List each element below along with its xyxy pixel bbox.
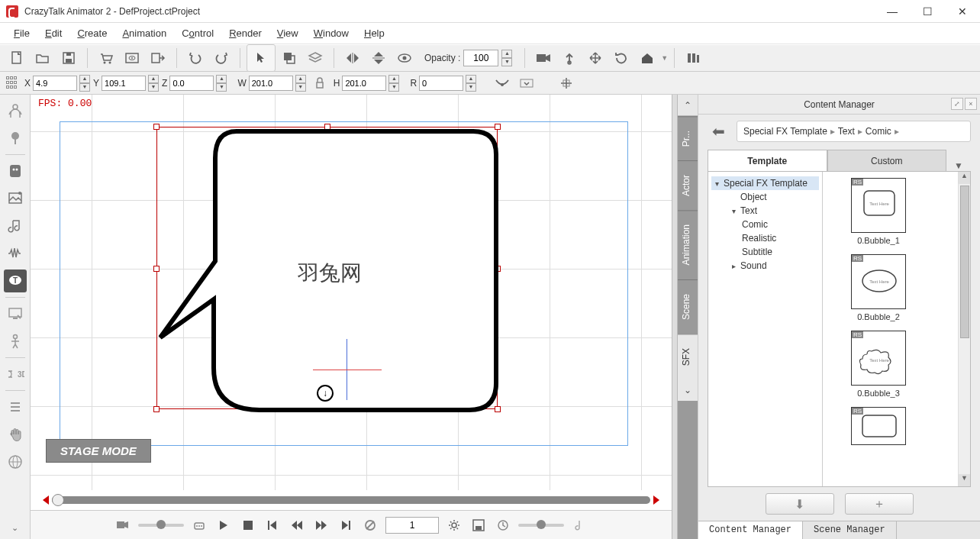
hand-icon[interactable] [4, 423, 27, 446]
monitor-icon[interactable] [4, 302, 27, 325]
eye-box-icon[interactable] [120, 47, 144, 69]
menu-edit[interactable]: Edit [39, 24, 68, 42]
next-icon[interactable] [312, 516, 330, 534]
vtab-actor[interactable]: Actor [678, 160, 698, 210]
vtab-animation[interactable]: Animation [678, 210, 698, 279]
tree-icon[interactable] [4, 127, 27, 150]
bottom-tab-scene-manager[interactable]: Scene Manager [803, 521, 897, 539]
vtab-project[interactable]: Pr... [678, 116, 698, 160]
note-icon[interactable] [570, 516, 588, 534]
z-up[interactable]: ▲ [216, 75, 227, 83]
save-icon[interactable] [56, 47, 81, 69]
opacity-input[interactable] [463, 50, 498, 66]
panel-close-icon[interactable]: × [965, 98, 977, 110]
panel-pin-icon[interactable]: ⤢ [951, 98, 963, 110]
grid-snap-icon[interactable] [5, 75, 21, 92]
side-tab-up-icon[interactable]: ⌃ [678, 95, 698, 116]
w-down[interactable]: ▼ [295, 83, 306, 92]
align-icon[interactable] [556, 73, 577, 93]
audio-wave-icon[interactable] [4, 242, 27, 265]
globe-icon[interactable] [4, 450, 27, 473]
add-button[interactable]: ＋ [845, 493, 914, 515]
zoom-slider[interactable] [138, 524, 184, 527]
opacity-up[interactable]: ▲ [501, 50, 512, 58]
bottom-tab-content-manager[interactable]: Content Manager [698, 521, 803, 539]
lock-aspect-icon[interactable] [309, 73, 330, 93]
stop-icon[interactable] [239, 516, 257, 534]
pointer-icon[interactable] [249, 47, 273, 69]
visibility-icon[interactable] [392, 47, 417, 69]
curve-down-icon[interactable] [492, 73, 513, 93]
new-file-icon[interactable] [5, 47, 29, 69]
anchor-up-icon[interactable] [557, 47, 582, 69]
thumb-bubble-1[interactable]: RS Text Here 0.Bubble_1 [829, 178, 928, 245]
flip-h-icon[interactable] [340, 47, 365, 69]
vtab-sfx[interactable]: SFX [678, 334, 698, 379]
picture-icon[interactable] [4, 187, 27, 210]
rotate-icon[interactable] [609, 47, 633, 69]
menu-window[interactable]: Window [308, 24, 355, 42]
actor-icon[interactable] [4, 99, 27, 122]
vtab-scene[interactable]: Scene [678, 279, 698, 334]
minimize-button[interactable]: — [875, 0, 910, 23]
undo-icon[interactable] [183, 47, 208, 69]
tab-custom[interactable]: Custom [827, 150, 947, 171]
menu-help[interactable]: Help [358, 24, 391, 42]
cart-icon[interactable] [94, 47, 118, 69]
scroll-left-icon[interactable] [43, 495, 49, 505]
thumbs-scrollbar[interactable]: ▲ ▼ [958, 172, 970, 486]
menu-control[interactable]: Control [176, 24, 220, 42]
speed-slider[interactable] [518, 524, 564, 527]
tree-root[interactable]: ▾Special FX Template [711, 176, 819, 190]
thumb-bubble-4[interactable]: RS [829, 407, 928, 445]
marker-icon[interactable] [190, 516, 208, 534]
go-end-icon[interactable] [337, 516, 355, 534]
r-input[interactable] [419, 76, 463, 91]
thumb-bubble-2[interactable]: RS Text Here 0.Bubble_2 [829, 254, 928, 321]
loop-icon[interactable] [361, 516, 379, 534]
y-input[interactable] [102, 76, 146, 91]
camera-icon[interactable] [531, 47, 556, 69]
layers-icon[interactable] [303, 47, 327, 69]
w-up[interactable]: ▲ [295, 75, 306, 83]
download-button[interactable]: ⬇ [766, 493, 834, 515]
r-down[interactable]: ▼ [466, 83, 476, 92]
tab-template[interactable]: Template [708, 150, 827, 171]
breadcrumb[interactable]: Special FX Template▸ Text▸ Comic▸ [737, 121, 971, 142]
body-icon[interactable] [4, 330, 27, 353]
play-icon[interactable] [214, 516, 233, 534]
tab-menu-icon[interactable]: ▼ [946, 160, 971, 171]
tree-object[interactable]: Object [711, 190, 819, 204]
menu-file[interactable]: File [8, 24, 36, 42]
tree-realistic[interactable]: Realistic [711, 231, 819, 245]
open-folder-icon[interactable] [31, 47, 55, 69]
camera-record-icon[interactable] [114, 516, 132, 534]
export-icon[interactable] [146, 47, 170, 69]
face-icon[interactable] [4, 160, 27, 182]
text-bubble-icon[interactable]: T [4, 270, 27, 292]
save-tl-icon[interactable] [469, 516, 488, 534]
redo-icon[interactable] [209, 47, 234, 69]
scroll-thumb[interactable] [52, 494, 64, 506]
list-icon[interactable] [4, 395, 27, 418]
3d-icon[interactable]: 3D [4, 363, 27, 386]
side-tab-down-icon[interactable]: ⌄ [678, 379, 698, 401]
z-input[interactable] [169, 76, 214, 91]
dropdown-icon[interactable] [516, 73, 537, 93]
expand-down-icon[interactable]: ⌄ [4, 516, 27, 539]
menu-create[interactable]: Create [71, 24, 113, 42]
tree-comic[interactable]: Comic [711, 218, 819, 231]
w-input[interactable] [249, 76, 293, 91]
frame-input[interactable] [385, 517, 439, 534]
vertical-splitter[interactable] [672, 95, 678, 539]
y-up[interactable]: ▲ [148, 75, 159, 83]
menu-view[interactable]: View [271, 24, 305, 42]
thumb-bubble-3[interactable]: RS Text Here 0.Bubble_3 [829, 331, 928, 398]
move-icon[interactable] [583, 47, 608, 69]
y-down[interactable]: ▼ [148, 83, 159, 92]
opacity-down[interactable]: ▼ [501, 58, 512, 66]
bars-icon[interactable] [681, 47, 705, 69]
back-icon[interactable]: ⬅ [708, 121, 729, 142]
r-up[interactable]: ▲ [466, 75, 476, 83]
stage-scrollbar[interactable] [31, 490, 672, 510]
